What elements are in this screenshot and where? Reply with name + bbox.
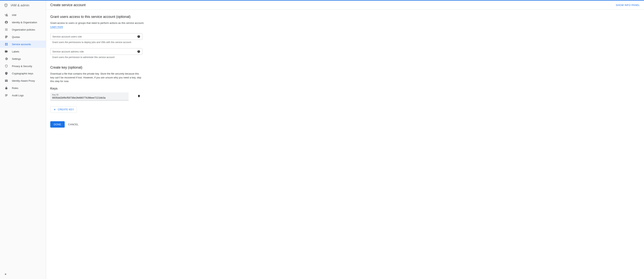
person-add-icon	[4, 13, 8, 17]
sidebar-item-organization-policies[interactable]: Organization policies	[0, 26, 46, 33]
list-icon	[4, 28, 8, 31]
create-key-button[interactable]: CREATE KEY	[50, 106, 77, 113]
service-account-users-role-field[interactable]	[50, 33, 142, 40]
plus-icon	[53, 108, 56, 111]
help-icon[interactable]	[137, 35, 140, 38]
logs-icon	[4, 94, 8, 97]
grant-users-heading: Grant users access to this service accou…	[50, 15, 192, 19]
sidebar-item-label: IAM	[12, 14, 16, 17]
create-key-heading: Create key (optional)	[50, 66, 192, 70]
sidebar-item-label: Cryptographic keys	[12, 72, 33, 75]
sidebar-title: IAM & admin	[11, 4, 29, 7]
service-account-admins-role-input[interactable]	[52, 50, 137, 53]
help-icon[interactable]	[137, 50, 140, 53]
delete-key-button[interactable]	[136, 93, 142, 99]
collapse-sidebar-button[interactable]	[4, 273, 7, 276]
sidebar-item-privacy-security[interactable]: Privacy & Security	[0, 63, 46, 70]
sidebar-item-label: Identity-Aware Proxy	[12, 79, 35, 82]
keys-heading: Keys	[50, 87, 192, 91]
gear-icon	[4, 57, 8, 61]
done-button[interactable]: DONE	[50, 121, 65, 128]
key-shield-icon	[4, 72, 8, 75]
key-id-field: Key ID 8935dd2bf9cf58736e2fe88077b39bee7…	[50, 92, 128, 101]
content: Grant users access to this service accou…	[46, 10, 196, 135]
service-account-admins-role-field[interactable]	[50, 48, 142, 55]
sidebar-item-label: Labels	[12, 50, 19, 53]
sidebar-item-settings[interactable]: Settings	[0, 55, 46, 63]
shield-icon	[4, 3, 8, 8]
users-role-hint: Grant users the permissions to deploy jo…	[50, 40, 192, 44]
sidebar-item-label: Identity & Organization	[12, 21, 37, 24]
sidebar-item-audit-logs[interactable]: Audit Logs	[0, 92, 46, 99]
sidebar-item-label: Service accounts	[12, 43, 31, 46]
footer-actions: DONE CANCEL	[50, 121, 192, 128]
sidebar-item-service-accounts[interactable]: Service accounts	[0, 41, 46, 48]
key-row: Key ID 8935dd2bf9cf58736e2fe88077b39bee7…	[50, 92, 192, 101]
sidebar-item-label: Roles	[12, 87, 18, 90]
main: Create service account SHOW INFO PANEL G…	[46, 1, 644, 279]
sidebar-nav: IAM Identity & Organization Organization…	[0, 10, 46, 99]
sidebar-item-labels[interactable]: Labels	[0, 48, 46, 55]
sidebar-header: IAM & admin	[0, 1, 46, 10]
sidebar-item-label: Privacy & Security	[12, 65, 32, 68]
sidebar-item-identity-aware-proxy[interactable]: Identity-Aware Proxy	[0, 77, 46, 84]
sidebar-item-roles[interactable]: Roles	[0, 84, 46, 92]
create-key-button-label: CREATE KEY	[58, 108, 74, 111]
sidebar-item-identity-organization[interactable]: Identity & Organization	[0, 19, 46, 26]
admins-role-hint: Grant users the permission to administer…	[50, 55, 192, 59]
topbar: Create service account SHOW INFO PANEL	[46, 1, 644, 10]
cancel-button[interactable]: CANCEL	[68, 123, 79, 126]
grant-users-description: Grant access to users or groups that nee…	[50, 21, 192, 29]
sidebar-item-label: Quotas	[12, 36, 20, 39]
iap-icon	[4, 79, 8, 82]
sidebar-item-cryptographic-keys[interactable]: Cryptographic keys	[0, 70, 46, 77]
sidebar-item-label: Audit Logs	[12, 94, 24, 97]
learn-more-link[interactable]: Learn more	[50, 25, 63, 29]
label-icon	[4, 50, 8, 53]
page-title: Create service account	[50, 3, 86, 7]
sidebar: IAM & admin IAM Identity & Organization …	[0, 1, 46, 279]
trash-icon	[138, 95, 140, 98]
service-account-icon	[4, 43, 8, 46]
service-account-users-role-input[interactable]	[52, 35, 137, 38]
key-id-value: 8935dd2bf9cf58736e2fe88077b39bee7221bb3a	[52, 96, 127, 99]
account-circle-icon	[4, 21, 8, 24]
sidebar-item-quotas[interactable]: Quotas	[0, 33, 46, 41]
create-key-description: Download a file that contains the privat…	[50, 72, 142, 83]
chevron-left-icon	[4, 273, 7, 276]
sidebar-item-iam[interactable]: IAM	[0, 11, 46, 19]
key-id-label: Key ID	[52, 94, 127, 96]
sidebar-item-label: Organization policies	[12, 28, 35, 31]
show-info-panel-button[interactable]: SHOW INFO PANEL	[616, 4, 640, 7]
roles-icon	[4, 86, 8, 90]
quota-icon	[4, 35, 8, 39]
shield-outline-icon	[4, 64, 8, 68]
sidebar-item-label: Settings	[12, 58, 21, 60]
